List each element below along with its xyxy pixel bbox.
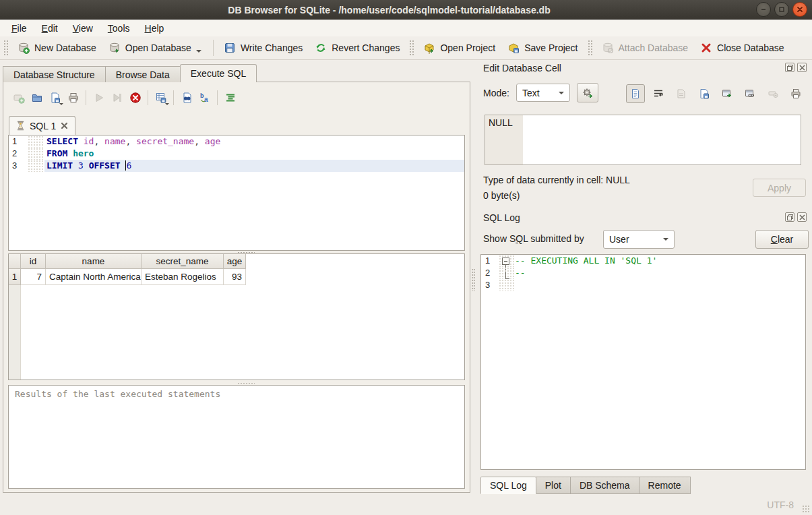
cell-id[interactable]: 7 [21,269,46,285]
open-database-button[interactable]: Open Database [102,38,209,57]
log-comment: -- [515,267,805,279]
revert-changes-button[interactable]: Revert Changes [309,38,406,57]
print-cell-button[interactable] [786,84,805,103]
open-database-dropdown[interactable] [196,50,201,53]
print-sql-button[interactable] [64,88,82,107]
resize-grip[interactable] [802,505,810,513]
write-changes-button[interactable]: Write Changes [218,38,309,57]
save-results-dropdown[interactable] [165,103,169,105]
maximize-button[interactable] [774,2,789,17]
close-dock-button[interactable] [797,63,807,72]
cell-name[interactable]: Captain North America [46,269,142,285]
column-header-id[interactable]: id [21,254,46,269]
toolbar-drag-handle[interactable] [3,40,8,56]
apply-format-button[interactable] [577,83,598,102]
sql-file-tab[interactable]: SQL 1 [9,116,75,135]
cell-age[interactable]: 93 [224,269,246,285]
new-database-button[interactable]: New Database [11,38,102,57]
attach-database-icon [602,42,614,54]
new-sql-tab-icon [13,92,25,104]
chevron-down-icon [559,92,564,94]
stop-execution-button[interactable] [126,88,144,107]
save-sql-file-button[interactable] [46,88,64,107]
find-button[interactable] [177,88,195,107]
tab-browse-data[interactable]: Browse Data [105,66,181,82]
column-header-secret-name[interactable]: secret_name [142,254,224,269]
print-icon [67,92,80,104]
save-project-button[interactable]: Save Project [501,38,584,57]
format-sql-button[interactable] [221,88,239,107]
main-dock-splitter[interactable] [472,268,475,291]
menu-tools[interactable]: Tools [100,21,137,36]
dock-tab-sql-log[interactable]: SQL Log [480,477,536,494]
export-cell-data-button[interactable] [695,84,714,103]
row-header[interactable]: 1 [9,269,21,285]
save-sql-dropdown[interactable] [59,103,63,105]
main-tab-bar: Database Structure Browse Data Execute S… [3,64,256,82]
fold-margin [499,279,515,291]
mode-label: Mode: [483,88,509,98]
word-wrap-button[interactable] [649,84,668,103]
float-icon [787,214,793,220]
fold-margin [499,267,515,279]
save-results-button[interactable] [152,88,170,107]
menu-view[interactable]: View [65,21,100,36]
menu-edit[interactable]: Edit [34,21,65,36]
minimize-icon [760,6,767,13]
column-header-name[interactable]: name [46,254,142,269]
save-sql-file-icon [49,92,61,104]
line-number: 3 [9,160,28,172]
message-placeholder: Results of the last executed statements [15,389,220,399]
execute-sql-button [90,88,108,107]
open-sql-file-button[interactable] [28,88,46,107]
log-filter-select[interactable]: User [603,230,675,249]
menu-help[interactable]: Help [137,21,172,36]
text-cursor: 6 [125,160,131,171]
status-bar: UTF-8 [0,495,812,515]
text-mode-button[interactable] [626,84,645,103]
open-in-external-app-button[interactable] [718,84,737,103]
toolbar-drag-handle[interactable] [588,40,592,56]
close-dock-button[interactable] [797,212,807,222]
column-header-age[interactable]: age [224,254,246,269]
tab-database-structure[interactable]: Database Structure [3,66,106,82]
open-project-icon [423,42,435,54]
float-dock-button[interactable] [785,63,794,72]
toolbar-separator [148,90,148,105]
execution-message-pane[interactable]: Results of the last executed statements [8,385,465,489]
apply-button: Apply [753,179,806,197]
clear-log-button[interactable]: Clear [755,230,809,249]
encoding-indicator[interactable]: UTF-8 [767,499,794,510]
close-button[interactable] [792,2,807,17]
titlebar[interactable]: DB Browser for SQLite - /home/user/code/… [0,0,812,20]
dock-tab-remote[interactable]: Remote [639,477,691,494]
find-replace-icon: b a [199,92,211,104]
toolbar-separator [213,40,214,56]
tab-execute-sql[interactable]: Execute SQL [180,64,257,82]
sql-code-editor[interactable]: 1 SELECT id, name, secret_name, age 2 FR… [8,135,465,251]
line-number: 3 [481,279,499,291]
cell-secret-name[interactable]: Esteban Rogelios [142,269,224,285]
close-tab-icon[interactable] [61,122,68,129]
results-header-row: id name secret_name age [9,254,464,269]
sql-file-tab-bar: SQL 1 [9,116,75,135]
fold-collapse-icon[interactable] [502,258,509,265]
open-project-button[interactable]: Open Project [417,38,501,57]
close-database-button[interactable]: Close Database [694,38,790,57]
minimize-button[interactable] [756,2,771,17]
corner-header[interactable] [9,254,21,269]
find-replace-button[interactable]: b a [195,88,214,107]
float-dock-button[interactable] [785,212,794,222]
dock-tab-db-schema[interactable]: DB Schema [570,477,639,494]
toolbar-drag-handle[interactable] [409,40,414,56]
set-null-button [763,84,782,103]
copy-link-button[interactable] [741,84,759,103]
results-table[interactable]: id name secret_name age 1 7 Captain Nort… [8,253,465,380]
table-row[interactable]: 1 7 Captain North America Esteban Rogeli… [9,269,464,285]
sql-log-dock-buttons [785,212,807,222]
dock-tab-plot[interactable]: Plot [536,477,571,494]
mode-select[interactable]: Text [516,84,570,102]
sql-log-view[interactable]: 1 -- EXECUTING ALL IN 'SQL 1' 2 -- 3 [480,254,806,470]
cell-value-editor[interactable]: NULL [485,115,801,165]
menu-file[interactable]: File [4,21,34,36]
